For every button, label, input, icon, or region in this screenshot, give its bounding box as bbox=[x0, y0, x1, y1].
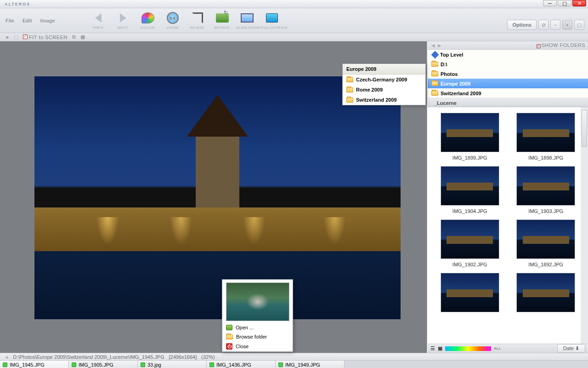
folder-subheader: _Lucerne bbox=[428, 98, 588, 107]
document-tab[interactable]: IMG_1949.JPG bbox=[276, 361, 345, 368]
view-grid-icon[interactable]: ▦ bbox=[438, 345, 442, 351]
folder-icon bbox=[346, 77, 353, 82]
tab-label: IMG_1436.JPG bbox=[216, 362, 251, 368]
fit-to-screen-toggle[interactable]: FIT to SCREEN bbox=[23, 34, 68, 40]
image-file-icon bbox=[72, 362, 76, 367]
next-button[interactable]: NEXT bbox=[112, 11, 134, 30]
tree-node-europe[interactable]: Europe 2009 bbox=[428, 79, 588, 88]
status-path: D:\Photos\Europe 2009\Switzerland 2009\_… bbox=[13, 354, 164, 360]
thumbnail-caption: IMG_1902.JPG bbox=[436, 262, 504, 267]
folder-flyout-menu: Europe 2009 Czech-Germany 2009 Rome 2009… bbox=[342, 63, 426, 105]
thumbnail-caption: IMG_1899.JPG bbox=[436, 155, 504, 161]
zoom-button[interactable]: ZOOM bbox=[162, 11, 184, 30]
arrow-left-icon bbox=[95, 13, 102, 23]
preview-thumbnail bbox=[226, 282, 289, 321]
crop-icon bbox=[192, 12, 203, 23]
layout-btn-3[interactable]: ▪ bbox=[562, 20, 572, 30]
app-title: ALTEROS bbox=[0, 2, 30, 6]
open-icon bbox=[226, 325, 232, 330]
sort-desc-icon: ⬇ bbox=[575, 345, 579, 351]
ctx-open[interactable]: Open ... bbox=[222, 323, 293, 332]
selection-icon[interactable]: ⬚ bbox=[14, 34, 18, 40]
slideshow-button[interactable]: SLIDESHOW bbox=[236, 11, 258, 30]
pointer-icon[interactable]: ▸ bbox=[6, 34, 9, 40]
folder-icon bbox=[226, 334, 233, 339]
nav-back-icon[interactable]: ◄ bbox=[430, 42, 436, 49]
layout-btn-2[interactable]: ▫ bbox=[550, 20, 560, 30]
flyout-item[interactable]: Czech-Germany 2009 bbox=[343, 75, 425, 85]
tab-label: IMG_1949.JPG bbox=[285, 362, 320, 368]
resize-button[interactable]: RESIZE bbox=[187, 11, 209, 30]
document-tab[interactable]: 33.jpg bbox=[138, 361, 207, 368]
rotate-icon bbox=[216, 13, 229, 23]
zoom-icon bbox=[167, 12, 179, 24]
main-image bbox=[34, 76, 401, 319]
palette-icon bbox=[141, 12, 154, 23]
arrow-right-icon bbox=[120, 13, 126, 23]
ctx-close[interactable]: ⏻Close bbox=[222, 341, 293, 351]
nav-fwd-icon[interactable]: ► bbox=[437, 42, 442, 49]
color-button[interactable]: COLOR bbox=[137, 11, 159, 30]
image-file-icon bbox=[3, 362, 7, 367]
sub-toolbar: ▸ ⬚ FIT to SCREEN ⧉ ▦ bbox=[0, 33, 588, 41]
view-list-icon[interactable]: ☰ bbox=[430, 345, 435, 351]
tab-preview-popup: Open ... Browse folder ⏻Close bbox=[222, 279, 293, 352]
fullscreen-button[interactable]: FULLSCREEN bbox=[261, 11, 283, 30]
thumbs-scrollbar[interactable] bbox=[581, 107, 588, 344]
thumbnail[interactable]: IMG_1904.JPG bbox=[436, 166, 504, 214]
menu-edit[interactable]: Edit bbox=[23, 18, 32, 23]
title-bar: ALTEROS ─ ▢ ✕ bbox=[0, 0, 588, 8]
document-tab[interactable]: IMG_1905.JPG bbox=[69, 361, 138, 368]
thumbnail[interactable] bbox=[512, 273, 580, 315]
document-tab[interactable]: IMG_1436.JPG bbox=[207, 361, 276, 368]
tab-label: IMG_1905.JPG bbox=[79, 362, 113, 368]
folder-icon bbox=[346, 98, 353, 103]
close-window-button[interactable]: ✕ bbox=[572, 0, 586, 6]
thumbnail[interactable]: IMG_1903.JPG bbox=[512, 166, 580, 214]
thumbnail[interactable]: IMG_1898.JPG bbox=[512, 113, 580, 161]
thumbnail[interactable] bbox=[436, 273, 504, 315]
rotate-button[interactable]: ROTATE bbox=[211, 11, 233, 30]
thumbnail[interactable]: IMG_1902.JPG bbox=[436, 219, 504, 267]
show-folders-toggle[interactable]: SHOW FOLDERS bbox=[537, 42, 585, 48]
color-spectrum[interactable] bbox=[445, 346, 491, 351]
layout-btn-1[interactable]: ⊘ bbox=[538, 20, 548, 30]
thumbnail[interactable]: IMG_1892.JPG bbox=[512, 219, 580, 267]
toolbar-region: File Edit Image PREV NEXT COLOR ZOOM RES… bbox=[0, 8, 588, 33]
minimize-button[interactable]: ─ bbox=[543, 0, 557, 6]
maximize-button[interactable]: ▢ bbox=[558, 0, 571, 6]
folder-icon bbox=[431, 91, 438, 96]
prev-button[interactable]: PREV bbox=[87, 11, 109, 30]
options-button[interactable]: Options bbox=[507, 20, 537, 30]
date-sort-button[interactable]: Date ⬇ bbox=[557, 344, 585, 353]
status-dims: [2496x1664] bbox=[169, 354, 197, 360]
thumbnail-caption: IMG_1892.JPG bbox=[512, 262, 580, 267]
status-zoom: (32%) bbox=[201, 354, 215, 360]
menu-image[interactable]: Image bbox=[40, 18, 55, 23]
tree-node-toplevel[interactable]: Top Level bbox=[428, 50, 588, 59]
copy-icon[interactable]: ⧉ bbox=[72, 34, 76, 40]
thumbnail-pane[interactable]: IMG_1899.JPGIMG_1898.JPGIMG_1904.JPGIMG_… bbox=[428, 107, 588, 344]
grid-icon[interactable]: ▦ bbox=[80, 34, 85, 40]
layout-btn-4[interactable]: ▢ bbox=[574, 20, 584, 30]
tree-node-drive[interactable]: D:\ bbox=[428, 59, 588, 69]
tree-node-switzerland[interactable]: Switzerland 2009 bbox=[428, 88, 588, 98]
document-tab[interactable]: IMG_1945.JPG bbox=[0, 361, 69, 368]
flyout-item[interactable]: Rome 2009 bbox=[343, 85, 425, 95]
slideshow-icon bbox=[241, 13, 254, 23]
folder-icon bbox=[431, 62, 438, 67]
side-panel: ◄ ► SHOW FOLDERS Top Level D:\ Photos Eu… bbox=[427, 41, 588, 353]
status-bar: « D:\Photos\Europe 2009\Switzerland 2009… bbox=[0, 353, 588, 360]
folder-icon bbox=[431, 81, 438, 86]
status-nav-left[interactable]: « bbox=[6, 354, 8, 360]
thumbnail[interactable]: IMG_1899.JPG bbox=[436, 113, 504, 161]
tab-label: 33.jpg bbox=[147, 362, 161, 368]
tree-node-photos[interactable]: Photos bbox=[428, 69, 588, 79]
tab-label: IMG_1945.JPG bbox=[10, 362, 45, 368]
monitor-icon bbox=[266, 13, 278, 23]
thumbnail-caption: IMG_1903.JPG bbox=[512, 208, 580, 214]
flyout-item[interactable]: Switzerland 2009 bbox=[343, 95, 425, 105]
flyout-header: Europe 2009 bbox=[343, 64, 425, 75]
menu-file[interactable]: File bbox=[6, 18, 14, 23]
ctx-browse[interactable]: Browse folder bbox=[222, 332, 293, 341]
